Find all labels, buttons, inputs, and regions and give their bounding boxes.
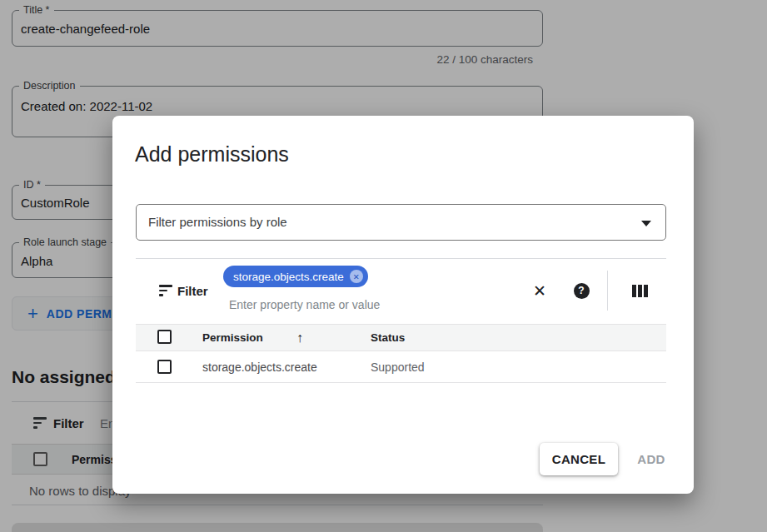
chevron-down-icon bbox=[641, 221, 651, 226]
filter-chip-label: storage.objects.create bbox=[233, 271, 344, 283]
filter-input[interactable]: Enter property name or value bbox=[229, 298, 380, 311]
divider bbox=[607, 271, 608, 311]
role-select-placeholder: Filter permissions by role bbox=[148, 205, 287, 240]
add-button[interactable]: ADD bbox=[618, 443, 685, 475]
dialog-title: Add permissions bbox=[135, 142, 289, 167]
help-icon: ? bbox=[574, 283, 590, 299]
select-all-checkbox[interactable] bbox=[157, 330, 172, 344]
column-display-options-button[interactable] bbox=[632, 285, 648, 297]
chip-remove-glyph: ✕ bbox=[353, 272, 360, 281]
cancel-button[interactable]: CANCEL bbox=[540, 443, 618, 475]
table-row[interactable]: storage.objects.create Supported bbox=[136, 352, 666, 383]
permission-cell: storage.objects.create bbox=[202, 352, 317, 382]
filter-label: Filter bbox=[177, 284, 208, 298]
permissions-table-header: Permission ↑ Status bbox=[136, 324, 666, 351]
close-icon: ✕ bbox=[533, 283, 546, 299]
chip-remove-icon[interactable]: ✕ bbox=[350, 270, 363, 283]
divider bbox=[136, 258, 666, 259]
sort-ascending-icon[interactable]: ↑ bbox=[296, 325, 303, 351]
status-column-header[interactable]: Status bbox=[371, 325, 405, 351]
permission-column-header[interactable]: Permission bbox=[202, 325, 263, 351]
filter-permissions-by-role-select[interactable]: Filter permissions by role bbox=[136, 204, 666, 241]
status-cell: Supported bbox=[371, 352, 425, 382]
clear-filters-button[interactable]: ✕ bbox=[529, 280, 550, 301]
filter-chip[interactable]: storage.objects.create ✕ bbox=[223, 266, 368, 287]
filter-icon bbox=[159, 285, 172, 296]
row-checkbox[interactable] bbox=[157, 360, 172, 374]
filter-help-button[interactable]: ? bbox=[570, 280, 592, 301]
add-permissions-dialog: Add permissions Filter permissions by ro… bbox=[112, 116, 694, 494]
